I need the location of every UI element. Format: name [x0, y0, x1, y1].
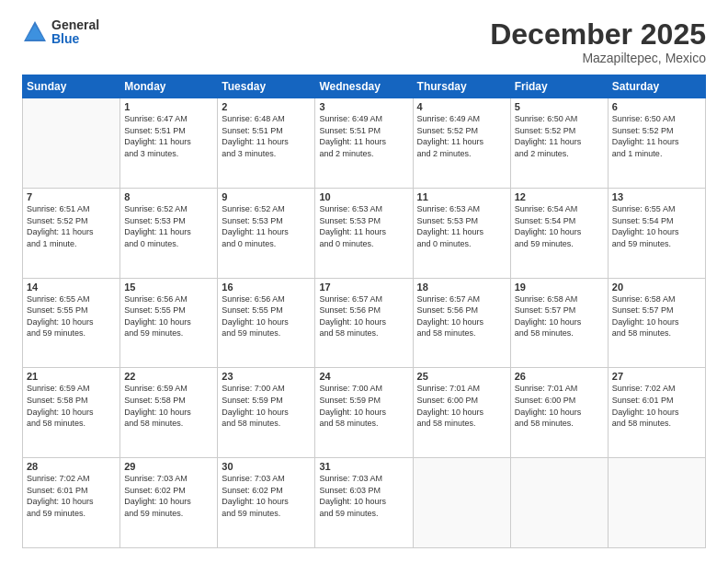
day-info: Sunrise: 6:59 AM Sunset: 5:58 PM Dayligh… [27, 383, 116, 429]
day-number: 4 [417, 101, 506, 112]
header-sunday: Sunday [23, 75, 120, 98]
header-tuesday: Tuesday [218, 75, 315, 98]
day-number: 9 [222, 191, 311, 202]
table-row: 21Sunrise: 6:59 AM Sunset: 5:58 PM Dayli… [23, 368, 120, 458]
day-number: 25 [417, 371, 506, 382]
day-info: Sunrise: 6:49 AM Sunset: 5:52 PM Dayligh… [417, 113, 506, 159]
header-friday: Friday [510, 75, 608, 98]
table-row: 27Sunrise: 7:02 AM Sunset: 6:01 PM Dayli… [608, 368, 705, 458]
table-row: 23Sunrise: 7:00 AM Sunset: 5:59 PM Dayli… [218, 368, 315, 458]
day-number: 14 [27, 282, 116, 293]
calendar-week-4: 21Sunrise: 6:59 AM Sunset: 5:58 PM Dayli… [23, 368, 706, 458]
day-number: 7 [27, 191, 116, 202]
day-info: Sunrise: 6:53 AM Sunset: 5:53 PM Dayligh… [417, 203, 506, 249]
table-row: 10Sunrise: 6:53 AM Sunset: 5:53 PM Dayli… [315, 188, 413, 278]
day-info: Sunrise: 6:48 AM Sunset: 5:51 PM Dayligh… [222, 113, 311, 159]
table-row: 11Sunrise: 6:53 AM Sunset: 5:53 PM Dayli… [413, 188, 510, 278]
table-row: 28Sunrise: 7:02 AM Sunset: 6:01 PM Dayli… [23, 458, 120, 548]
table-row: 15Sunrise: 6:56 AM Sunset: 5:55 PM Dayli… [120, 278, 218, 368]
header-monday: Monday [120, 75, 218, 98]
svg-marker-1 [26, 25, 44, 40]
month-title: December 2025 [490, 18, 706, 51]
day-number: 23 [222, 371, 311, 382]
table-row: 22Sunrise: 6:59 AM Sunset: 5:58 PM Dayli… [120, 368, 218, 458]
header: General Blue December 2025 Mazapiltepec,… [22, 18, 706, 65]
header-wednesday: Wednesday [315, 75, 413, 98]
day-info: Sunrise: 6:51 AM Sunset: 5:52 PM Dayligh… [27, 203, 116, 249]
table-row: 24Sunrise: 7:00 AM Sunset: 5:59 PM Dayli… [315, 368, 413, 458]
day-number: 3 [319, 101, 408, 112]
table-row: 2Sunrise: 6:48 AM Sunset: 5:51 PM Daylig… [218, 98, 315, 189]
day-number: 11 [417, 191, 506, 202]
day-number: 5 [515, 101, 604, 112]
day-number: 16 [222, 282, 311, 293]
day-info: Sunrise: 6:54 AM Sunset: 5:54 PM Dayligh… [515, 203, 604, 249]
day-number: 6 [612, 101, 701, 112]
table-row [608, 458, 705, 548]
table-row [413, 458, 510, 548]
logo: General Blue [22, 18, 99, 47]
day-number: 28 [27, 461, 116, 472]
day-info: Sunrise: 6:56 AM Sunset: 5:55 PM Dayligh… [222, 293, 311, 339]
table-row [23, 98, 120, 189]
table-row: 30Sunrise: 7:03 AM Sunset: 6:02 PM Dayli… [218, 458, 315, 548]
logo-blue-text: Blue [51, 32, 99, 46]
day-info: Sunrise: 7:03 AM Sunset: 6:03 PM Dayligh… [319, 473, 408, 519]
table-row: 4Sunrise: 6:49 AM Sunset: 5:52 PM Daylig… [413, 98, 510, 189]
day-number: 22 [124, 371, 213, 382]
calendar-week-3: 14Sunrise: 6:55 AM Sunset: 5:55 PM Dayli… [23, 278, 706, 368]
table-row: 6Sunrise: 6:50 AM Sunset: 5:52 PM Daylig… [608, 98, 705, 189]
table-row: 12Sunrise: 6:54 AM Sunset: 5:54 PM Dayli… [510, 188, 608, 278]
day-number: 2 [222, 101, 311, 112]
logo-text: General Blue [51, 18, 99, 47]
day-info: Sunrise: 7:03 AM Sunset: 6:02 PM Dayligh… [124, 473, 213, 519]
day-info: Sunrise: 6:59 AM Sunset: 5:58 PM Dayligh… [124, 383, 213, 429]
day-info: Sunrise: 7:01 AM Sunset: 6:00 PM Dayligh… [515, 383, 604, 429]
table-row: 8Sunrise: 6:52 AM Sunset: 5:53 PM Daylig… [120, 188, 218, 278]
table-row: 17Sunrise: 6:57 AM Sunset: 5:56 PM Dayli… [315, 278, 413, 368]
day-info: Sunrise: 6:57 AM Sunset: 5:56 PM Dayligh… [417, 293, 506, 339]
day-number: 12 [515, 191, 604, 202]
table-row: 26Sunrise: 7:01 AM Sunset: 6:00 PM Dayli… [510, 368, 608, 458]
header-thursday: Thursday [413, 75, 510, 98]
day-info: Sunrise: 6:50 AM Sunset: 5:52 PM Dayligh… [515, 113, 604, 159]
day-info: Sunrise: 7:03 AM Sunset: 6:02 PM Dayligh… [222, 473, 311, 519]
table-row: 7Sunrise: 6:51 AM Sunset: 5:52 PM Daylig… [23, 188, 120, 278]
day-number: 15 [124, 282, 213, 293]
day-number: 20 [612, 282, 701, 293]
weekday-header-row: Sunday Monday Tuesday Wednesday Thursday… [23, 75, 706, 98]
calendar-week-5: 28Sunrise: 7:02 AM Sunset: 6:01 PM Dayli… [23, 458, 706, 548]
table-row: 13Sunrise: 6:55 AM Sunset: 5:54 PM Dayli… [608, 188, 705, 278]
header-saturday: Saturday [608, 75, 705, 98]
day-info: Sunrise: 7:00 AM Sunset: 5:59 PM Dayligh… [319, 383, 408, 429]
day-number: 8 [124, 191, 213, 202]
day-number: 31 [319, 461, 408, 472]
day-info: Sunrise: 7:02 AM Sunset: 6:01 PM Dayligh… [612, 383, 701, 429]
day-info: Sunrise: 6:50 AM Sunset: 5:52 PM Dayligh… [612, 113, 701, 159]
day-number: 30 [222, 461, 311, 472]
day-info: Sunrise: 6:56 AM Sunset: 5:55 PM Dayligh… [124, 293, 213, 339]
day-number: 27 [612, 371, 701, 382]
day-number: 10 [319, 191, 408, 202]
table-row: 3Sunrise: 6:49 AM Sunset: 5:51 PM Daylig… [315, 98, 413, 189]
day-number: 29 [124, 461, 213, 472]
table-row: 9Sunrise: 6:52 AM Sunset: 5:53 PM Daylig… [218, 188, 315, 278]
table-row: 20Sunrise: 6:58 AM Sunset: 5:57 PM Dayli… [608, 278, 705, 368]
location: Mazapiltepec, Mexico [490, 51, 706, 65]
day-info: Sunrise: 6:52 AM Sunset: 5:53 PM Dayligh… [124, 203, 213, 249]
logo-icon [22, 19, 48, 45]
title-block: December 2025 Mazapiltepec, Mexico [490, 18, 706, 65]
day-info: Sunrise: 7:01 AM Sunset: 6:00 PM Dayligh… [417, 383, 506, 429]
page: General Blue December 2025 Mazapiltepec,… [0, 0, 728, 563]
day-info: Sunrise: 7:00 AM Sunset: 5:59 PM Dayligh… [222, 383, 311, 429]
day-number: 21 [27, 371, 116, 382]
day-number: 18 [417, 282, 506, 293]
table-row: 29Sunrise: 7:03 AM Sunset: 6:02 PM Dayli… [120, 458, 218, 548]
table-row: 5Sunrise: 6:50 AM Sunset: 5:52 PM Daylig… [510, 98, 608, 189]
day-info: Sunrise: 6:58 AM Sunset: 5:57 PM Dayligh… [515, 293, 604, 339]
table-row: 16Sunrise: 6:56 AM Sunset: 5:55 PM Dayli… [218, 278, 315, 368]
day-info: Sunrise: 7:02 AM Sunset: 6:01 PM Dayligh… [27, 473, 116, 519]
day-number: 19 [515, 282, 604, 293]
table-row: 19Sunrise: 6:58 AM Sunset: 5:57 PM Dayli… [510, 278, 608, 368]
calendar-week-2: 7Sunrise: 6:51 AM Sunset: 5:52 PM Daylig… [23, 188, 706, 278]
